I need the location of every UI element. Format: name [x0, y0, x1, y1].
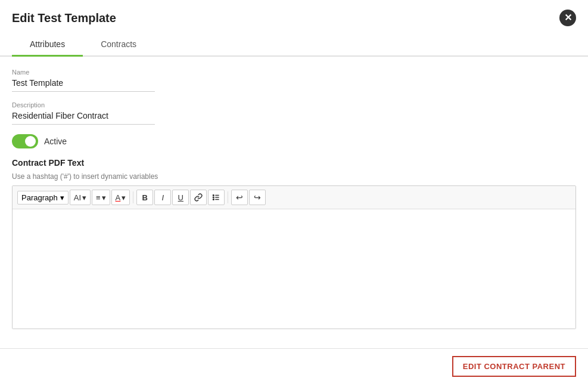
- description-label: Description: [12, 101, 576, 109]
- svg-point-4: [213, 197, 214, 198]
- editor-content-area[interactable]: [13, 209, 575, 329]
- bold-button[interactable]: B: [136, 190, 153, 205]
- active-label: Active: [44, 137, 67, 146]
- rich-text-editor[interactable]: Paragraph ▾ AI ▾ ≡ ▾ A ▾ B: [12, 185, 576, 329]
- svg-point-3: [213, 195, 214, 196]
- font-color-button[interactable]: A ▾: [111, 190, 130, 205]
- font-size-button[interactable]: AI ▾: [70, 190, 91, 205]
- editor-toolbar: Paragraph ▾ AI ▾ ≡ ▾ A ▾ B: [13, 186, 575, 209]
- close-button[interactable]: ✕: [559, 10, 576, 26]
- toolbar-divider-2: [228, 191, 228, 203]
- hashtag-hint: Use a hashtag ('#') to insert dynamic va…: [12, 172, 576, 181]
- tab-bar: Attributes Contracts: [0, 33, 588, 57]
- tab-attributes[interactable]: Attributes: [12, 33, 83, 57]
- edit-template-modal: Edit Test Template ✕ Attributes Contract…: [0, 0, 588, 384]
- align-button[interactable]: ≡ ▾: [92, 190, 110, 205]
- edit-contract-parent-button[interactable]: EDIT CONTRACT PARENT: [452, 356, 576, 377]
- list-button[interactable]: [208, 190, 225, 205]
- undo-button[interactable]: ↩: [231, 190, 248, 205]
- modal-footer: EDIT CONTRACT PARENT: [0, 348, 588, 384]
- description-field-group: Description Residential Fiber Contract: [12, 101, 576, 125]
- toolbar-divider-1: [133, 191, 133, 203]
- name-value[interactable]: Test Template: [12, 78, 155, 92]
- toggle-slider[interactable]: [12, 134, 38, 148]
- modal-title: Edit Test Template: [12, 11, 116, 25]
- name-field-group: Name Test Template: [12, 69, 576, 92]
- active-toggle[interactable]: [12, 134, 38, 148]
- modal-header: Edit Test Template ✕: [0, 0, 588, 33]
- name-label: Name: [12, 69, 576, 76]
- active-toggle-row: Active: [12, 134, 576, 148]
- underline-button[interactable]: U: [172, 190, 189, 205]
- contract-pdf-text-title: Contract PDF Text: [12, 158, 576, 168]
- redo-button[interactable]: ↪: [249, 190, 266, 205]
- modal-body: Name Test Template Description Residenti…: [0, 57, 588, 384]
- link-button[interactable]: [190, 190, 207, 205]
- svg-point-5: [213, 199, 214, 200]
- italic-button[interactable]: I: [154, 190, 171, 205]
- paragraph-select[interactable]: Paragraph ▾: [17, 191, 69, 205]
- description-value[interactable]: Residential Fiber Contract: [12, 111, 155, 125]
- tab-contracts[interactable]: Contracts: [83, 33, 154, 57]
